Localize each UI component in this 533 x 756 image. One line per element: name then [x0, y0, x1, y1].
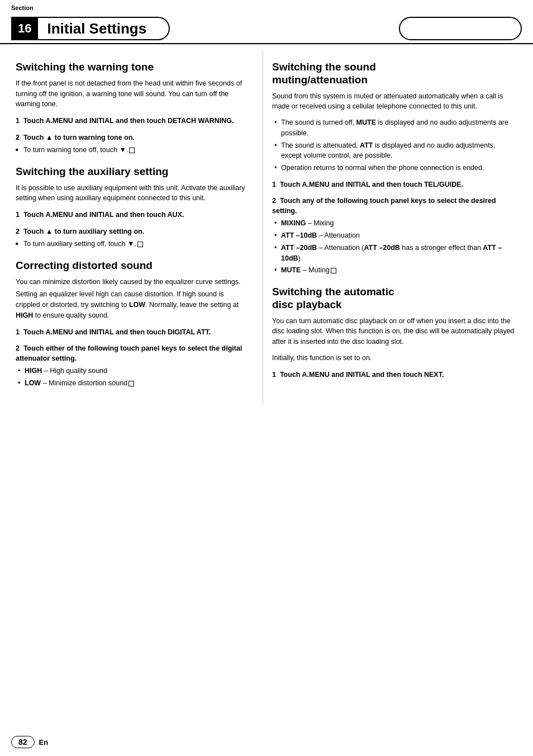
step-1-warning-tone: 1 Touch A.MENU and INITIAL and then touc…: [16, 116, 249, 126]
step-1-distorted: 1 Touch A.MENU and INITIAL and then touc…: [16, 328, 249, 338]
distorted-bullets: HIGH – High quality sound LOW – Minimize…: [16, 366, 249, 389]
section-body-muting: Sound from this system is muted or atten…: [272, 91, 517, 112]
section-disc-playback: Switching the automaticdisc playback You…: [272, 286, 517, 380]
section-body-auxiliary: It is possible to use auxiliary equipmen…: [16, 183, 249, 204]
section-title-muting: Switching the soundmuting/attenuation: [272, 61, 517, 87]
step-1-auxiliary: 1 Touch A.MENU and INITIAL and then touc…: [16, 210, 249, 220]
section-distorted-sound: Correcting distorted sound You can minim…: [16, 259, 249, 389]
page-number: 82: [11, 736, 35, 748]
step-2-auxiliary-sub: To turn auxiliary setting off, touch ▼.: [16, 239, 249, 249]
bullet-low: LOW – Minimize distortion sound: [16, 378, 249, 389]
step-2-muting: 2 Touch any of the following touch panel…: [272, 196, 517, 216]
section-warning-tone: Switching the warning tone If the front …: [16, 61, 249, 155]
section-label: Section: [11, 4, 34, 11]
step-2-warning-tone-sub: To turn warning tone off, touch ▼.: [16, 145, 249, 155]
section-body-distorted-1: You can minimize distortion likely cause…: [16, 277, 249, 287]
footer: 82 En: [11, 736, 48, 748]
muting-setting-bullets: MIXING – Mixing ATT –10dB – Attenuation …: [272, 218, 517, 276]
step-2-distorted: 2 Touch either of the following touch pa…: [16, 344, 249, 363]
step-2-warning-tone: 2 Touch ▲ to turn warning tone on.: [16, 133, 249, 143]
language-label: En: [39, 738, 49, 746]
section-title-disc: Switching the automaticdisc playback: [272, 286, 517, 311]
section-auxiliary-setting: Switching the auxiliary setting It is po…: [16, 166, 249, 249]
section-title-auxiliary: Switching the auxiliary setting: [16, 166, 249, 178]
section-body-warning-tone: If the front panel is not detached from …: [16, 78, 249, 110]
section-number: 16: [11, 17, 38, 40]
muting-info-bullets: The sound is turned off, MUTE is display…: [272, 117, 517, 173]
page-title: Initial Settings: [38, 17, 170, 40]
section-title-warning-tone: Switching the warning tone: [16, 61, 249, 74]
left-column: Switching the warning tone If the front …: [0, 50, 263, 404]
bullet-high: HIGH – High quality sound: [16, 366, 249, 376]
step-2-auxiliary: 2 Touch ▲ to turn auxiliary setting on.: [16, 227, 249, 237]
section-sound-muting: Switching the soundmuting/attenuation So…: [272, 61, 517, 276]
section-body-disc-2: Initially, this function is set to on.: [272, 353, 517, 363]
section-body-disc-1: You can turn automatic disc playback on …: [272, 316, 517, 347]
section-title-distorted: Correcting distorted sound: [16, 259, 249, 272]
section-body-distorted-2: Setting an equalizer level high can caus…: [16, 289, 249, 320]
header-right-pill: [399, 17, 522, 40]
step-1-disc: 1 Touch A.MENU and INITIAL and then touc…: [272, 370, 517, 380]
step-1-muting: 1 Touch A.MENU and INITIAL and then touc…: [272, 180, 517, 190]
right-column: Switching the soundmuting/attenuation So…: [263, 50, 533, 404]
